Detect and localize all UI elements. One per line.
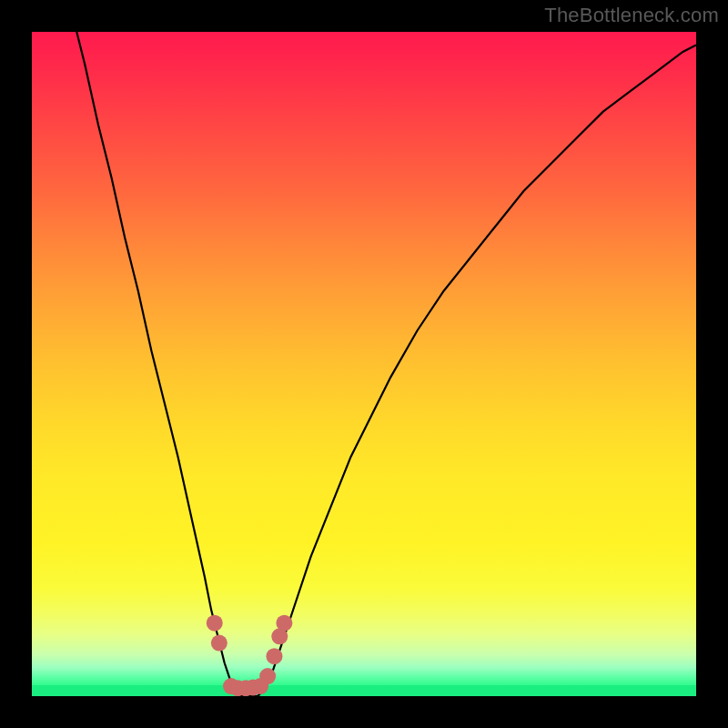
plot-area bbox=[32, 32, 696, 696]
curve-marker bbox=[207, 615, 223, 632]
curve-marker bbox=[259, 668, 276, 684]
chart-frame: TheBottleneck.com bbox=[0, 0, 728, 728]
chart-svg bbox=[32, 32, 696, 696]
curve-markers bbox=[207, 615, 293, 696]
curve-marker bbox=[276, 615, 292, 632]
curve-marker bbox=[266, 648, 282, 664]
watermark-text: TheBottleneck.com bbox=[544, 4, 719, 27]
curve-marker bbox=[211, 635, 228, 652]
bottleneck-curve bbox=[32, 32, 696, 696]
